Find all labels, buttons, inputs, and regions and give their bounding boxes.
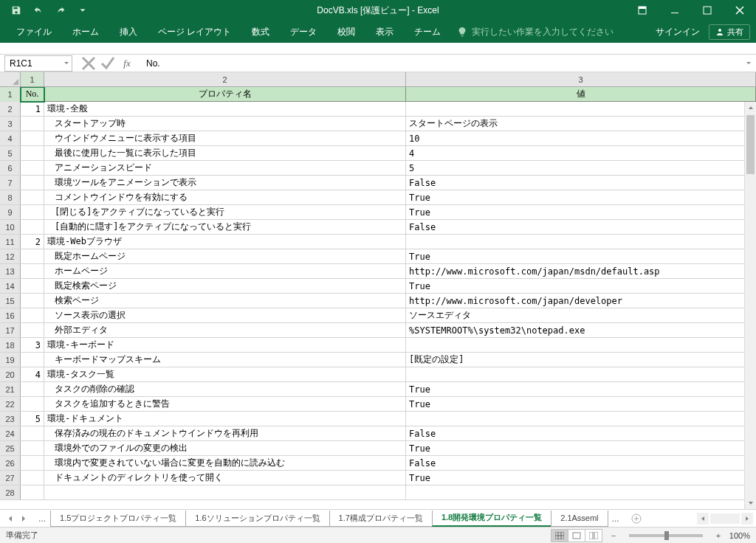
row-header[interactable]: 16	[0, 308, 21, 322]
tab-data[interactable]: データ	[280, 21, 327, 43]
cell-prop[interactable]: 環境ツールをアニメーションで表示	[44, 176, 406, 190]
cell-header-val[interactable]: 値	[406, 87, 756, 102]
cell-no[interactable]	[21, 249, 44, 263]
cell-prop[interactable]: 環境-タスク一覧	[44, 367, 406, 381]
cell-no[interactable]	[21, 279, 44, 293]
cell-val[interactable]: http://www.microsoft.com/japan/msdn/defa…	[406, 264, 756, 278]
column-header-3[interactable]: 3	[406, 72, 756, 86]
cell-no[interactable]	[21, 308, 44, 322]
qat-customize-button[interactable]	[72, 1, 93, 19]
sheet-tab[interactable]: 1.7構成プロパティ一覧	[329, 511, 433, 527]
cell[interactable]	[44, 485, 406, 499]
cell-val[interactable]: False	[406, 220, 756, 234]
cell-no[interactable]: 2	[21, 235, 44, 249]
cell-val[interactable]: 5	[406, 161, 756, 175]
horizontal-scrollbar[interactable]	[710, 513, 740, 524]
chevron-down-icon[interactable]	[63, 58, 70, 69]
share-button[interactable]: 共有	[709, 24, 750, 40]
cell-val[interactable]	[406, 102, 756, 116]
row-header[interactable]: 27	[0, 471, 21, 485]
insert-function-button[interactable]: fx	[118, 56, 136, 71]
row-header[interactable]: 19	[0, 353, 21, 367]
row-header[interactable]: 20	[0, 367, 21, 381]
cell-val[interactable]: True	[406, 471, 756, 485]
cell-no[interactable]	[21, 456, 44, 470]
cell-no[interactable]	[21, 190, 44, 204]
row-header[interactable]: 12	[0, 249, 21, 263]
row-header[interactable]: 8	[0, 190, 21, 204]
column-header-1[interactable]: 1	[21, 72, 44, 86]
cell-no[interactable]	[21, 146, 44, 160]
row-header[interactable]: 25	[0, 441, 21, 455]
row-header[interactable]: 2	[0, 102, 21, 116]
hidden-sheets-right[interactable]: ...	[608, 513, 624, 524]
zoom-thumb[interactable]	[664, 531, 669, 540]
cell-prop[interactable]: 既定検索ページ	[44, 279, 406, 293]
cell-prop[interactable]: ホームページ	[44, 264, 406, 278]
cell-val[interactable]	[406, 338, 756, 352]
cell-no[interactable]	[21, 294, 44, 308]
row-header[interactable]: 21	[0, 382, 21, 396]
row-header[interactable]: 4	[0, 131, 21, 145]
cell-prop[interactable]: 環境-Webブラウザ	[44, 235, 406, 249]
cell-val[interactable]: %SYSTEMROOT%\system32\notepad.exe	[406, 323, 756, 337]
tab-team[interactable]: チーム	[404, 21, 451, 43]
cell-val[interactable]	[406, 412, 756, 426]
cell-prop[interactable]: 環境内で変更されていない場合に変更を自動的に読み込む	[44, 456, 406, 470]
row-header[interactable]: 17	[0, 323, 21, 337]
row-header[interactable]: 5	[0, 146, 21, 160]
row-header[interactable]: 6	[0, 161, 21, 175]
view-normal-button[interactable]	[551, 529, 568, 542]
cell-no[interactable]	[21, 264, 44, 278]
cell-prop[interactable]: 外部エディタ	[44, 323, 406, 337]
cell-no[interactable]	[21, 397, 44, 411]
cell-no[interactable]	[21, 131, 44, 145]
cell-val[interactable]: 4	[406, 146, 756, 160]
cell-val[interactable]: True	[406, 382, 756, 396]
cell-no[interactable]	[21, 323, 44, 337]
sheet-nav-next[interactable]	[18, 511, 30, 526]
cell-val[interactable]: True	[406, 397, 756, 411]
name-box[interactable]: R1C1	[4, 55, 72, 72]
cell-prop[interactable]: 保存済みの現在のドキュメントウインドウを再利用	[44, 426, 406, 440]
cell-no[interactable]: 3	[21, 338, 44, 352]
cell-val[interactable]: http://www.microsoft.com/japan/developer	[406, 294, 756, 308]
cell-val[interactable]	[406, 367, 756, 381]
cell-prop[interactable]: アニメーションスピード	[44, 161, 406, 175]
row-header[interactable]: 7	[0, 176, 21, 190]
cell-no[interactable]	[21, 353, 44, 367]
expand-formula-bar-button[interactable]	[741, 60, 756, 67]
cell-prop[interactable]: 環境-キーボード	[44, 338, 406, 352]
row-header[interactable]: 23	[0, 412, 21, 426]
row-header[interactable]: 18	[0, 338, 21, 352]
scroll-thumb[interactable]	[746, 115, 755, 174]
cell-val[interactable]: ソースエディタ	[406, 308, 756, 322]
cell-val[interactable]: True	[406, 441, 756, 455]
cell-no[interactable]: 1	[21, 102, 44, 116]
vertical-scrollbar[interactable]	[744, 102, 756, 509]
cell-no[interactable]	[21, 176, 44, 190]
tab-file[interactable]: ファイル	[6, 21, 62, 43]
sheet-tab[interactable]: 1.5プロジェクトプロパティ一覧	[50, 511, 186, 527]
scroll-up-button[interactable]	[745, 102, 756, 114]
cell-prop[interactable]: 環境-ドキュメント	[44, 412, 406, 426]
cell-no[interactable]	[21, 441, 44, 455]
cell-no[interactable]: 5	[21, 412, 44, 426]
row-header[interactable]: 11	[0, 235, 21, 249]
cell-val[interactable]	[406, 235, 756, 249]
zoom-in-button[interactable]: +	[713, 531, 724, 540]
cell-val[interactable]: 10	[406, 131, 756, 145]
cell-prop[interactable]: キーボードマップスキーム	[44, 353, 406, 367]
row-header[interactable]: 13	[0, 264, 21, 278]
cell-prop[interactable]: コメントウインドウを有効にする	[44, 190, 406, 204]
cell-prop[interactable]: 最後に使用した一覧に表示した項目	[44, 146, 406, 160]
cell-prop[interactable]: ソース表示の選択	[44, 308, 406, 322]
zoom-out-button[interactable]: −	[608, 531, 619, 540]
row-header[interactable]: 28	[0, 485, 21, 499]
ribbon-display-button[interactable]	[626, 0, 659, 21]
sheet-tab[interactable]: 1.6ソリューションプロパティ一覧	[185, 511, 329, 527]
row-header[interactable]: 1	[0, 87, 21, 102]
tab-formulas[interactable]: 数式	[241, 21, 280, 43]
column-header-2[interactable]: 2	[44, 72, 406, 86]
sheet-tab[interactable]: 2.1Asseml	[551, 511, 608, 527]
